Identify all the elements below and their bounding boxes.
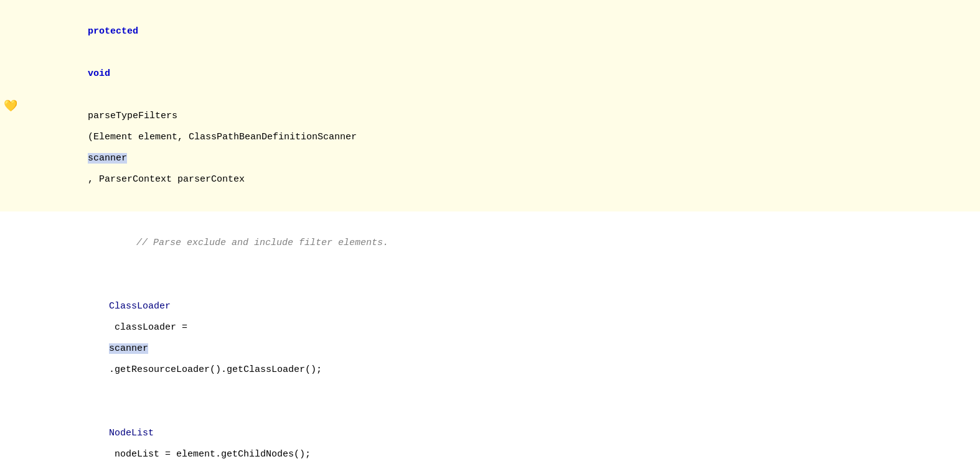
keyword-void: void [88, 68, 110, 79]
warning-icon: 💛 [4, 99, 17, 113]
code-line-1: 💛 protected void parseTypeFilters (Eleme… [0, 0, 980, 211]
line-content-1: protected void parseTypeFilters (Element… [48, 0, 980, 211]
comment-1: // Parse exclude and include filter elem… [136, 238, 389, 248]
code-viewer: 💛 protected void parseTypeFilters (Eleme… [0, 0, 980, 459]
line-content-2: // Parse exclude and include filter elem… [48, 211, 980, 275]
code-line-3: ClassLoader classLoader = scanner .getRe… [0, 275, 980, 402]
code-line-2: // Parse exclude and include filter elem… [0, 211, 980, 275]
scanner-highlight-2: scanner [109, 343, 148, 354]
line-content-3: ClassLoader classLoader = scanner .getRe… [48, 275, 980, 402]
line-content-4: NodeList nodeList = element.getChildNode… [48, 402, 980, 459]
code-line-4: NodeList nodeList = element.getChildNode… [0, 402, 980, 459]
scanner-highlight-1: scanner [88, 153, 127, 164]
method-name-1: parseTypeFilters [88, 111, 177, 121]
keyword-protected: protected [88, 26, 138, 37]
